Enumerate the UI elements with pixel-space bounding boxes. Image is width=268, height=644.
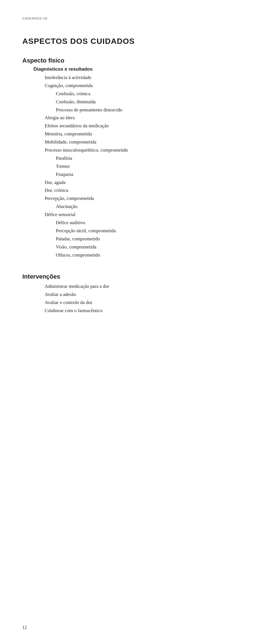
list-item: Intolerância à actividade — [34, 74, 246, 82]
section-title-aspecto-fisico: Aspecto físico — [22, 57, 246, 64]
interventions-list: Administrar medicação para a dor Avaliar… — [22, 283, 246, 315]
list-item: Efeitos secundários da medicação — [34, 122, 246, 130]
list-item: Cognição, comprometida — [34, 82, 246, 90]
list-item: Alucinação — [34, 203, 246, 211]
list-item: Dor, aguda — [34, 179, 246, 187]
list-item: Paralisia — [34, 154, 246, 162]
page-container: CADERNOS OE ASPECTOS DOS CUIDADOS Aspect… — [0, 0, 268, 644]
list-item: Confusão, diminuída — [34, 98, 246, 106]
list-item: Olfacto, comprometido — [34, 251, 246, 259]
diagnosticos-subsection: Diagnósticos e resultados Intolerância à… — [22, 66, 246, 259]
interventions-section: Intervenções Administrar medicação para … — [22, 273, 246, 315]
list-item: Processo musculosquelético, comprometido — [34, 146, 246, 154]
list-item: Fraqueza — [34, 171, 246, 179]
list-item: Processo de pensamento distorcido — [34, 106, 246, 114]
list-item: Percepção táctil, comprometida — [34, 227, 246, 235]
list-item: Défice auditivo — [34, 219, 246, 227]
list-item: Paladar, comprometido — [34, 235, 246, 243]
list-item: Memória, comprometida — [34, 130, 246, 138]
subsection-title-diagnosticos: Diagnósticos e resultados — [22, 66, 246, 72]
list-item: Visão, comprometida — [34, 243, 246, 251]
list-item: Défice sensorial — [34, 211, 246, 219]
main-title: ASPECTOS DOS CUIDADOS — [22, 37, 246, 46]
list-item: Mobilidade, comprometida — [34, 138, 246, 146]
list-item: Confusão, crónica — [34, 90, 246, 98]
list-item: Alergia ao látex — [34, 114, 246, 122]
diagnosticos-list: Intolerância à actividade Cognição, comp… — [22, 74, 246, 259]
list-item: Percepção, comprometida — [34, 195, 246, 203]
interventions-title: Intervenções — [22, 273, 246, 280]
list-item: Tremor — [34, 162, 246, 171]
list-item: Avaliar o controlo da dor — [34, 299, 246, 307]
list-item: Dor, crónica — [34, 186, 246, 195]
list-item: Avaliar a adesão — [34, 291, 246, 299]
aspecto-fisico-section: Aspecto físico Diagnósticos e resultados… — [22, 57, 246, 259]
page-number: 12 — [22, 625, 27, 630]
list-item: Administrar medicação para a dor — [34, 283, 246, 291]
header-label: CADERNOS OE — [22, 17, 246, 20]
list-item: Colaborar com o farmacêutico — [34, 307, 246, 315]
